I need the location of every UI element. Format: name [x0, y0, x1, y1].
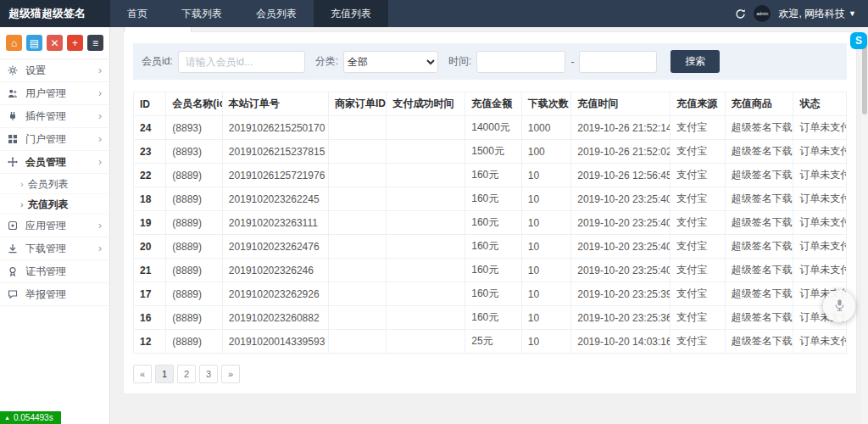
sidebar-subitem-label: 充值列表 — [28, 198, 69, 210]
table-header-cell: 充值时间 — [571, 92, 670, 116]
page-button-2[interactable]: 2 — [177, 365, 196, 383]
sidebar-item-label: 应用管理 — [25, 219, 66, 233]
search-button[interactable]: 搜索 — [670, 50, 720, 73]
table-header-cell: 商家订单ID — [328, 92, 387, 116]
sidebar-item-2[interactable]: 插件管理› — [0, 105, 109, 128]
page-button-3[interactable]: 3 — [199, 365, 218, 383]
table-cell: 支付宝 — [670, 116, 726, 140]
table-cell: 100 — [521, 140, 570, 164]
sidebar-item-6[interactable]: 下载管理› — [0, 237, 109, 260]
timer-value: 0.054493s — [14, 413, 53, 422]
table-cell: 10 — [521, 330, 570, 354]
table-cell: (8889) — [166, 259, 223, 282]
table-cell: 10 — [521, 235, 570, 259]
table-cell: 17 — [134, 282, 166, 306]
sidebar-item-0[interactable]: 设置› — [0, 59, 109, 82]
table-cell: 2019-10-20 14:03:16 — [571, 330, 670, 354]
table-row[interactable]: 21(8889)201910202326246160元102019-10-20 … — [134, 259, 847, 282]
tools-icon[interactable]: + — [67, 35, 83, 51]
table-cell: (8889) — [166, 282, 223, 306]
table-cell: 2019-10-20 23:25:40 — [571, 211, 670, 235]
nav-item-3[interactable]: 充值列表 — [314, 0, 388, 27]
table-cell: 25元 — [465, 330, 522, 354]
table-cell: 1000 — [521, 116, 570, 140]
table-cell: 10 — [521, 187, 570, 211]
table-cell: 2019-10-20 23:25:40 — [571, 235, 670, 259]
table-row[interactable]: 12(8889)2019102001433959325元102019-10-20… — [134, 330, 847, 354]
table-row[interactable]: 22(8889)20191026125721976160元102019-10-2… — [134, 164, 847, 187]
sidebar-subitem-0[interactable]: ›会员列表 — [0, 174, 109, 194]
table-cell — [387, 140, 465, 164]
table-row[interactable]: 19(8889)2019102023263111160元102019-10-20… — [134, 211, 847, 235]
chevron-right-icon: › — [98, 220, 102, 232]
home-icon[interactable]: ⌂ — [6, 35, 22, 51]
nav-item-2[interactable]: 会员列表 — [239, 0, 314, 27]
trash-icon[interactable]: ✕ — [47, 35, 63, 51]
page-button-1[interactable]: 1 — [155, 365, 174, 383]
avatar[interactable]: admin — [754, 5, 771, 22]
table-cell: (8889) — [166, 306, 223, 330]
table-row[interactable]: 24(8893)2019102621525017014000元10002019-… — [134, 116, 847, 140]
table-cell: 201910202326246 — [222, 259, 328, 282]
sidebar-subitem-1[interactable]: ›充值列表 — [0, 194, 109, 215]
table-row[interactable]: 23(8893)201910262152378151500元1002019-10… — [134, 140, 847, 164]
nav-item-1[interactable]: 下载列表 — [164, 0, 239, 27]
table-header-cell: 充值金额 — [465, 92, 522, 116]
table-cell: 支付宝 — [670, 259, 726, 282]
user-menu[interactable]: 欢迎, 网络科技 ▼ — [778, 7, 856, 21]
page-button-0[interactable]: « — [133, 365, 152, 383]
table-cell: 160元 — [465, 164, 522, 187]
brand-badge-icon[interactable]: S — [850, 32, 867, 49]
time-end-input[interactable] — [579, 51, 657, 73]
table-cell: (8889) — [166, 330, 223, 354]
table-cell: 支付宝 — [670, 306, 726, 330]
table-cell — [328, 306, 387, 330]
sidebar-item-label: 设置 — [25, 64, 46, 78]
voice-assistant-button[interactable] — [823, 290, 855, 322]
page-scrollbar — [861, 27, 868, 424]
gear-icon — [8, 65, 20, 75]
table-header-cell: 本站订单号 — [222, 92, 328, 116]
table-cell: 订单未支付 — [793, 164, 847, 187]
sidebar-item-1[interactable]: 用户管理› — [0, 82, 109, 105]
table-cell: 超级签名下载 — [725, 259, 793, 282]
table-cell: 超级签名下载 — [725, 140, 793, 164]
table-header-cell: 状态 — [793, 92, 847, 116]
sidebar-item-label: 插件管理 — [25, 109, 66, 124]
table-cell: 订单未支付 — [793, 330, 847, 354]
table-cell: 160元 — [465, 235, 522, 259]
table-row[interactable]: 20(8889)2019102023262476160元102019-10-20… — [134, 235, 847, 259]
page-button-4[interactable]: » — [221, 365, 240, 383]
refresh-icon[interactable] — [735, 8, 746, 20]
sidebar-item-3[interactable]: 门户管理› — [0, 128, 109, 151]
table-cell — [328, 330, 387, 354]
chevron-right-icon: › — [98, 156, 102, 168]
table-row[interactable]: 17(8889)2019102023262926160元102019-10-20… — [134, 282, 847, 306]
table-cell: 2019102023263111 — [222, 211, 328, 235]
time-start-input[interactable] — [476, 51, 565, 73]
table-cell: (8889) — [166, 187, 223, 211]
member-id-input[interactable] — [178, 51, 305, 73]
sidebar-subitem-label: 会员列表 — [28, 178, 69, 190]
table-cell: 支付宝 — [670, 140, 726, 164]
table-cell: 2019-10-26 12:56:45 — [571, 164, 670, 187]
table-cell — [387, 282, 465, 306]
table-row[interactable]: 18(8889)2019102023262245160元102019-10-20… — [134, 187, 847, 211]
table-header-cell: 下载次数 — [521, 92, 570, 116]
table-cell: 160元 — [465, 282, 522, 306]
table-cell — [328, 259, 387, 282]
sidebar-item-4[interactable]: 会员管理› — [0, 151, 109, 174]
sidebar-item-8[interactable]: 举报管理 — [0, 283, 109, 306]
sidebar-item-5[interactable]: 应用管理› — [0, 215, 109, 237]
timer-icon: ▲ — [4, 415, 10, 421]
table-cell: 10 — [521, 164, 570, 187]
sidebar-item-7[interactable]: 证书管理 — [0, 260, 109, 283]
nav-item-0[interactable]: 首页 — [110, 0, 164, 27]
table-row[interactable]: 16(8889)2019102023260882160元102019-10-20… — [134, 306, 847, 330]
file-icon[interactable]: ▤ — [26, 35, 42, 51]
load-time-badge: ▲ 0.054493s — [0, 411, 61, 424]
list-icon[interactable]: ≡ — [87, 35, 103, 51]
category-select[interactable]: 全部 — [343, 51, 438, 73]
table-cell: 订单未支付 — [793, 259, 847, 282]
table-body: 24(8893)2019102621525017014000元10002019-… — [134, 116, 847, 354]
